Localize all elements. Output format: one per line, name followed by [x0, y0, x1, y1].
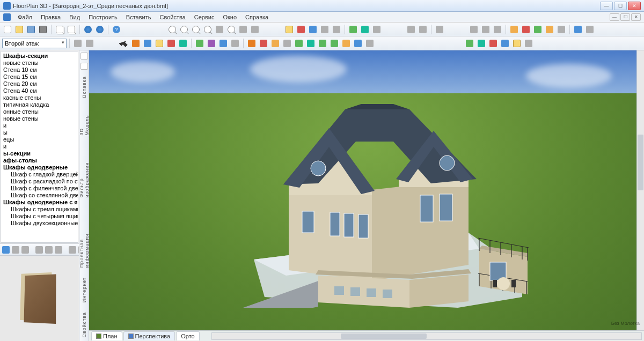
stair-tool[interactable] — [166, 38, 177, 49]
vrail-label-4[interactable]: Интернет — [82, 277, 87, 302]
undo-button[interactable] — [83, 24, 93, 35]
render6-tool[interactable] — [523, 38, 534, 49]
tree-item[interactable]: Шкафы однодверные — [2, 164, 77, 171]
horizontal-scrollbar[interactable] — [211, 332, 642, 340]
layout-1-button[interactable] — [406, 24, 416, 35]
tree-item[interactable]: онные стены — [2, 108, 77, 115]
mdi-minimize-button[interactable]: — — [610, 13, 619, 21]
zoom-tool1-button[interactable] — [238, 24, 248, 35]
tree-item[interactable]: Шкафы двухсекционные — [2, 220, 77, 227]
vrail-label-1[interactable]: 3D Модель — [79, 108, 90, 136]
tree-item[interactable]: Шкафы с тремя ящиками — [2, 206, 77, 213]
vrail-label-3[interactable]: Проектная информация — [79, 207, 90, 268]
pan-button[interactable] — [214, 24, 225, 35]
tree-item[interactable]: касные стены — [2, 94, 77, 101]
lp-btn-7[interactable] — [68, 244, 77, 255]
vrail-btn-1[interactable] — [80, 53, 88, 60]
snap-1-button[interactable] — [509, 24, 519, 35]
floor-up-button[interactable] — [72, 38, 83, 49]
tree-item[interactable]: новые стены — [2, 60, 77, 66]
help-button[interactable]: ? — [111, 24, 122, 35]
snap-7-button[interactable] — [584, 24, 595, 35]
close-button[interactable]: ✕ — [628, 2, 641, 10]
select-tool[interactable] — [119, 38, 129, 49]
mdi-restore-button[interactable]: ☐ — [620, 13, 630, 21]
view-a-button[interactable] — [284, 24, 295, 35]
obj8-tool[interactable] — [282, 38, 292, 49]
tree-item[interactable]: Стена 40 см — [2, 87, 77, 94]
vrail-label-2[interactable]: Фильтр изображения — [79, 145, 90, 198]
minimize-button[interactable]: — — [600, 2, 613, 10]
viewport-3d[interactable]: План Перспектива Орто — [89, 50, 644, 341]
layout-2-button[interactable] — [418, 24, 428, 35]
obj3-tool[interactable] — [218, 38, 229, 49]
tree-item[interactable]: типичная кладка — [2, 101, 77, 108]
wall-tool[interactable] — [130, 38, 141, 49]
window-tool[interactable] — [154, 38, 165, 49]
view-c-button[interactable] — [308, 24, 318, 35]
mdi-close-button[interactable]: ✕ — [631, 13, 641, 21]
lp-btn-1[interactable] — [2, 244, 10, 255]
roof-tool[interactable] — [178, 38, 188, 49]
tree-item[interactable]: Шкаф со стеклянной дверцей — [2, 192, 77, 199]
menu-service[interactable]: Сервис — [191, 13, 218, 21]
vertical-scrollbar[interactable] — [636, 50, 644, 330]
obj2-tool[interactable] — [206, 38, 217, 49]
mdi-sys-icon[interactable] — [3, 13, 11, 21]
zoom-prev-button[interactable] — [226, 24, 237, 35]
menu-props[interactable]: Свойства — [156, 13, 189, 21]
render5-tool[interactable] — [511, 38, 522, 49]
zoom-out-button[interactable] — [179, 24, 189, 35]
tree-item[interactable]: афы-столы — [2, 157, 77, 164]
tree-item[interactable]: Шкафы однодверные с ящиком — [2, 199, 77, 206]
obj15-tool[interactable] — [364, 38, 375, 49]
snap-4-button[interactable] — [544, 24, 555, 35]
snap-6-button[interactable] — [573, 24, 583, 35]
menu-help[interactable]: Справка — [241, 13, 272, 21]
obj1-tool[interactable] — [194, 38, 205, 49]
floor-selector[interactable]: Второй этаж — [2, 39, 67, 48]
obj10-tool[interactable] — [305, 38, 316, 49]
obj12-tool[interactable] — [329, 38, 340, 49]
maximize-button[interactable]: ☐ — [614, 2, 627, 10]
zoom-fit-button[interactable] — [202, 24, 213, 35]
tree-item[interactable]: Шкаф с филенчатой дверцей — [2, 185, 77, 192]
save-button[interactable] — [26, 24, 36, 35]
zoom-in-button[interactable] — [167, 24, 178, 35]
obj9-tool[interactable] — [294, 38, 304, 49]
render2-tool[interactable] — [476, 38, 487, 49]
obj5-tool[interactable] — [246, 38, 257, 49]
view-tab-ortho[interactable]: Орто — [176, 331, 199, 340]
view-f-button[interactable] — [348, 24, 358, 35]
lp-btn-3[interactable] — [21, 244, 30, 255]
tree-item[interactable]: ы — [2, 129, 77, 136]
grid-1-button[interactable] — [469, 24, 479, 35]
zoom-window-button[interactable] — [191, 24, 201, 35]
lp-btn-6[interactable] — [54, 244, 63, 255]
layout-3-button[interactable] — [434, 24, 445, 35]
catalog-tree[interactable]: Шкафы-секцииновые стеныСтена 10 смСтена … — [1, 51, 78, 243]
tree-item[interactable]: Шкаф с раскладкой по стеклу — [2, 178, 77, 185]
zoom-tool2-button[interactable] — [250, 24, 260, 35]
view-d-button[interactable] — [319, 24, 330, 35]
view-e-button[interactable] — [331, 24, 342, 35]
render1-tool[interactable] — [464, 38, 475, 49]
tree-item[interactable]: Шкафы-секции — [2, 53, 77, 60]
menu-insert[interactable]: Вставить — [122, 13, 155, 21]
menu-view[interactable]: Вид — [65, 13, 84, 21]
view-h-button[interactable] — [371, 24, 382, 35]
menu-build[interactable]: Построить — [85, 13, 121, 21]
render3-tool[interactable] — [488, 38, 499, 49]
menu-file[interactable]: Файл — [14, 13, 36, 21]
menu-edit[interactable]: Правка — [37, 13, 64, 21]
vrail-btn-2[interactable] — [80, 63, 88, 70]
vrail-label-5[interactable]: Свойства — [82, 312, 87, 338]
new-button[interactable] — [2, 24, 13, 35]
obj11-tool[interactable] — [317, 38, 328, 49]
obj6-tool[interactable] — [258, 38, 269, 49]
door-tool[interactable] — [142, 38, 153, 49]
tree-item[interactable]: Шкафы с четырьмя ящиками — [2, 213, 77, 220]
snap-5-button[interactable] — [556, 24, 567, 35]
tree-item[interactable]: Стена 15 см — [2, 73, 77, 80]
tree-item[interactable]: Шкаф с гладкой дверцей — [2, 171, 77, 178]
